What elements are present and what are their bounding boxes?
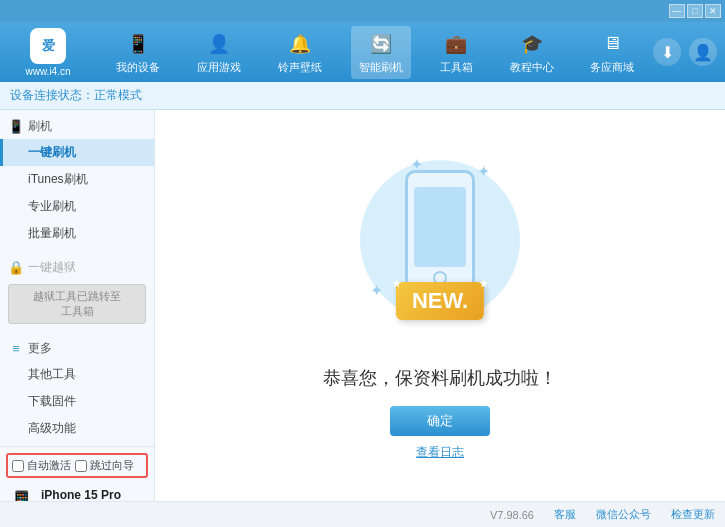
jailbreak-disabled-text: 越狱工具已跳转至工具箱 [33,290,121,317]
apps-games-icon: 👤 [205,30,233,58]
sidebar-jailbreak-section: 🔒 一键越狱 越狱工具已跳转至工具箱 [0,251,154,332]
sidebar-item-other-tools[interactable]: 其他工具 [0,361,154,388]
confirm-button[interactable]: 确定 [390,406,490,436]
nav-item-ringtones-label: 铃声壁纸 [278,60,322,75]
version-label: V7.98.66 [490,509,534,521]
auto-options-box: 自动激活 跳过向导 [6,453,148,478]
sidebar-bottom: 自动激活 跳过向导 📱 iPhone 15 Pro Max 512GB iPho… [0,446,154,501]
download-firmware-label: 下载固件 [28,394,76,408]
nav-item-ringtones[interactable]: 🔔 铃声壁纸 [270,26,330,79]
main-layout: 📱 刷机 一键刷机 iTunes刷机 专业刷机 批量刷机 🔒 一键越狱 [0,110,725,501]
ringtones-icon: 🔔 [286,30,314,58]
footer-wechat[interactable]: 微信公众号 [596,507,651,522]
sidebar-jailbreak-header: 🔒 一键越狱 [0,255,154,280]
footer-check-update[interactable]: 检查更新 [671,507,715,522]
nav-item-toolbox-label: 工具箱 [440,60,473,75]
nav-item-apps-games[interactable]: 👤 应用游戏 [189,26,249,79]
one-key-flash-label: 一键刷机 [28,145,76,159]
jailbreak-group-label: 一键越狱 [28,259,76,276]
nav-item-smart-flash[interactable]: 🔄 智能刷机 [351,26,411,79]
success-text: 恭喜您，保资料刷机成功啦！ [323,366,557,390]
nav-items: 📱 我的设备 👤 应用游戏 🔔 铃声壁纸 🔄 智能刷机 💼 工具箱 🎓 教程中心… [98,26,653,79]
flash-group-label: 刷机 [28,118,52,135]
phone-body [405,170,475,290]
logo-icon: 爱 [30,28,66,64]
sparkle-3: ✦ [370,281,383,300]
jailbreak-disabled-box: 越狱工具已跳转至工具箱 [8,284,146,324]
minimize-button[interactable]: — [669,4,685,18]
sidebar-item-one-key-flash[interactable]: 一键刷机 [0,139,154,166]
batch-flash-label: 批量刷机 [28,226,76,240]
nav-item-toolbox[interactable]: 💼 工具箱 [432,26,481,79]
sidebar-item-pro-flash[interactable]: 专业刷机 [0,193,154,220]
footer: V7.98.66 客服 微信公众号 检查更新 [0,501,725,527]
top-bar: — □ ✕ [0,0,725,22]
guide-checkbox[interactable]: 跳过向导 [75,458,134,473]
business-icon: 🖥 [598,30,626,58]
status-label: 设备连接状态： [10,87,94,104]
sidebar-item-advanced[interactable]: 高级功能 [0,415,154,442]
nav-item-my-device-label: 我的设备 [116,60,160,75]
sidebar: 📱 刷机 一键刷机 iTunes刷机 专业刷机 批量刷机 🔒 一键越狱 [0,110,155,501]
download-button[interactable]: ⬇ [653,38,681,66]
sidebar-item-batch-flash[interactable]: 批量刷机 [0,220,154,247]
more-group-icon: ≡ [8,341,24,357]
auto-activate-label: 自动激活 [27,458,71,473]
nav-item-tutorials-label: 教程中心 [510,60,554,75]
footer-customer-service[interactable]: 客服 [554,507,576,522]
phone-screen [414,187,466,267]
new-badge: NEW. [396,282,484,320]
sidebar-flash-header: 📱 刷机 [0,114,154,139]
nav-item-my-device[interactable]: 📱 我的设备 [108,26,168,79]
smart-flash-icon: 🔄 [367,30,395,58]
device-icon: 📱 [8,490,35,501]
other-tools-label: 其他工具 [28,367,76,381]
logo-url: www.i4.cn [25,66,70,77]
log-link[interactable]: 查看日志 [416,444,464,461]
sidebar-more-section: ≡ 更多 其他工具 下载固件 高级功能 [0,332,154,446]
sidebar-item-itunes-flash[interactable]: iTunes刷机 [0,166,154,193]
advanced-label: 高级功能 [28,421,76,435]
auto-activate-input[interactable] [12,460,24,472]
maximize-button[interactable]: □ [687,4,703,18]
nav-bar: 爱 www.i4.cn 📱 我的设备 👤 应用游戏 🔔 铃声壁纸 🔄 智能刷机 … [0,22,725,82]
tutorials-icon: 🎓 [518,30,546,58]
guide-input[interactable] [75,460,87,472]
sparkle-2: ✦ [477,162,490,181]
close-button[interactable]: ✕ [705,4,721,18]
device-name: iPhone 15 Pro Max [41,488,146,501]
toolbox-icon: 💼 [442,30,470,58]
guide-label: 跳过向导 [90,458,134,473]
pro-flash-label: 专业刷机 [28,199,76,213]
itunes-flash-label: iTunes刷机 [28,172,88,186]
nav-item-tutorials[interactable]: 🎓 教程中心 [502,26,562,79]
jailbreak-group-icon: 🔒 [8,260,24,276]
device-text: iPhone 15 Pro Max 512GB iPhone [41,488,146,501]
auto-activate-checkbox[interactable]: 自动激活 [12,458,71,473]
phone-illustration: ✦ ✦ ✦ NEW. [350,150,530,350]
nav-item-smart-flash-label: 智能刷机 [359,60,403,75]
status-value: 正常模式 [94,87,142,104]
nav-right: ⬇ 👤 [653,38,717,66]
nav-item-business[interactable]: 🖥 务应商域 [582,26,642,79]
more-group-label: 更多 [28,340,52,357]
user-button[interactable]: 👤 [689,38,717,66]
nav-item-business-label: 务应商域 [590,60,634,75]
sidebar-flash-section: 📱 刷机 一键刷机 iTunes刷机 专业刷机 批量刷机 [0,110,154,251]
status-bar: 设备连接状态： 正常模式 [0,82,725,110]
content-area: ✦ ✦ ✦ NEW. 恭喜您，保资料刷机成功啦！ 确定 查看日志 [155,110,725,501]
sidebar-item-download-firmware[interactable]: 下载固件 [0,388,154,415]
sidebar-more-header: ≡ 更多 [0,336,154,361]
flash-group-icon: 📱 [8,119,24,135]
nav-item-apps-games-label: 应用游戏 [197,60,241,75]
my-device-icon: 📱 [124,30,152,58]
logo: 爱 www.i4.cn [8,28,88,77]
device-info: 📱 iPhone 15 Pro Max 512GB iPhone [6,484,148,501]
